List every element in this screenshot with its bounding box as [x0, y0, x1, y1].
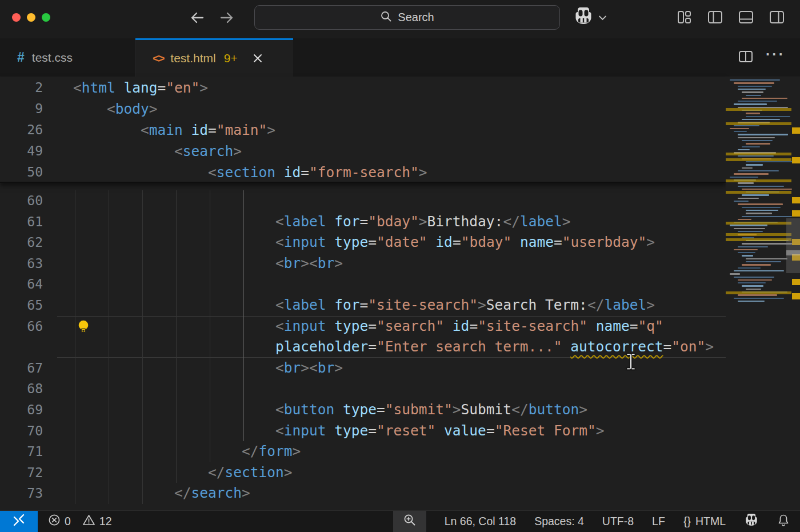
minimap-warning-bar [726, 191, 791, 194]
indent-guide [210, 274, 210, 295]
code-line[interactable]: 68 [0, 378, 726, 399]
code-line[interactable]: 62<input type="date" id="bday" name="use… [0, 232, 726, 253]
code-text: <label for="bday">Birthday:</label> [275, 211, 570, 233]
indent-guide [176, 190, 177, 211]
code-line[interactable]: placeholder="Enter search term..." autoc… [0, 337, 726, 358]
line-number: 72 [0, 462, 57, 483]
copilot-status-icon[interactable] [744, 514, 759, 530]
sticky-line[interactable]: 49<search> [0, 141, 726, 162]
close-window-button[interactable] [12, 13, 21, 22]
copilot-menu-button[interactable] [573, 7, 607, 28]
scrollbar-thumb[interactable] [786, 218, 800, 273]
line-number: 67 [0, 358, 57, 379]
indent-guide [176, 274, 177, 295]
indent-guide [176, 316, 177, 337]
code-line[interactable]: 64 [0, 274, 726, 295]
code-line[interactable]: 65<label for="site-search">Search Term:<… [0, 295, 726, 316]
lightbulb-icon[interactable] [77, 319, 90, 337]
problems-status[interactable]: 0 12 [38, 514, 112, 529]
indent-guide [75, 337, 75, 358]
split-editor-icon[interactable] [738, 50, 753, 65]
more-actions-icon[interactable]: ··· [766, 47, 785, 67]
minimap-warning-bar [726, 179, 791, 182]
code-text: <html lang="en"> [73, 77, 208, 98]
window-controls [12, 13, 50, 22]
line-number: 64 [0, 274, 57, 295]
indent-guide [109, 316, 109, 337]
indent-guide [142, 358, 143, 379]
code-line[interactable]: 61<label for="bday">Birthday:</label> [0, 211, 726, 233]
code-line[interactable]: 69<button type="submit">Submit</button> [0, 399, 726, 421]
indent-guide [210, 421, 210, 442]
toggle-primary-sidebar-icon[interactable] [707, 10, 723, 27]
zoom-indicator[interactable] [393, 511, 426, 532]
tab-test-html[interactable]: <> test.html 9+ [135, 38, 293, 77]
code-line[interactable]: 73</search> [0, 483, 726, 504]
indent-guide [243, 378, 244, 399]
line-number: 2 [0, 77, 57, 98]
sticky-scroll[interactable]: 2<html lang="en">9<body>26<main id="main… [0, 77, 726, 183]
eol-sequence[interactable]: LF [652, 515, 665, 528]
code-line[interactable]: 63<br><br> [0, 253, 726, 274]
indent-guide [176, 211, 177, 233]
indent-guide [176, 399, 177, 421]
back-arrow-icon[interactable] [189, 9, 206, 26]
sticky-line[interactable]: 50<section id="form-search"> [0, 162, 726, 183]
code-line[interactable]: 66<input type="search" id="site-search" … [0, 316, 726, 337]
indent-guide [109, 211, 109, 233]
indent-guide [176, 462, 177, 483]
close-tab-icon[interactable] [253, 53, 263, 63]
sticky-line[interactable]: 26<main id="main"> [0, 119, 726, 141]
cursor-position[interactable]: Ln 66, Col 118 [445, 515, 516, 528]
indent-guide [243, 274, 244, 295]
indent-guide [176, 295, 177, 316]
vscode-window: Search [0, 0, 800, 532]
error-count: 0 [65, 515, 71, 528]
indent-guide [75, 378, 75, 399]
line-number: 49 [0, 141, 57, 162]
sticky-line[interactable]: 9<body> [0, 98, 726, 119]
indent-guide [142, 190, 143, 211]
forward-arrow-icon[interactable] [218, 9, 235, 26]
remote-indicator[interactable] [0, 511, 38, 532]
minimize-window-button[interactable] [27, 13, 35, 22]
command-center-search[interactable]: Search [254, 5, 560, 30]
minimap-warning-bar [726, 108, 791, 111]
indent-guide [210, 399, 210, 421]
code-text: <main id="main"> [141, 119, 275, 141]
customize-layout-icon[interactable] [676, 10, 693, 27]
encoding[interactable]: UTF-8 [602, 515, 634, 528]
indent-guide [75, 274, 75, 295]
sticky-line[interactable]: 2<html lang="en"> [0, 77, 726, 98]
editor[interactable]: 2<html lang="en">9<body>26<main id="main… [0, 77, 800, 510]
code-line[interactable]: 71</form> [0, 441, 726, 462]
indent-guide [210, 295, 210, 316]
minimap[interactable] [726, 77, 800, 510]
indent-guide [142, 483, 143, 504]
language-mode[interactable]: {} HTML [683, 515, 726, 528]
line-number: 60 [0, 190, 57, 211]
code-text: <label for="site-search">Search Term:</l… [275, 295, 655, 316]
mouse-ibeam-cursor [625, 353, 637, 373]
code-line[interactable]: 60 [0, 190, 726, 211]
overview-warning-marker [792, 127, 800, 134]
code-line[interactable]: 70<input type="reset" value="Reset Form"… [0, 421, 726, 442]
code-line[interactable]: 67<br><br> [0, 358, 726, 379]
indentation[interactable]: Spaces: 4 [534, 515, 584, 528]
indent-guide [176, 358, 177, 379]
indent-guide [243, 358, 244, 379]
indent-guide [243, 295, 244, 316]
toggle-secondary-sidebar-icon[interactable] [769, 10, 785, 27]
bell-icon[interactable] [777, 514, 790, 530]
indent-guide [210, 190, 210, 211]
indent-guide [142, 274, 143, 295]
zoom-window-button[interactable] [42, 13, 50, 22]
overview-cursor-marker [786, 250, 800, 255]
code-line[interactable]: 72</section> [0, 462, 726, 483]
tab-test-css[interactable]: # test.css [0, 38, 135, 77]
code-text: <button type="submit">Submit</button> [275, 399, 587, 421]
toggle-panel-icon[interactable] [738, 10, 754, 27]
minimap-warning-bar [726, 222, 791, 225]
indent-guide [243, 316, 244, 337]
indent-guide [210, 211, 210, 233]
